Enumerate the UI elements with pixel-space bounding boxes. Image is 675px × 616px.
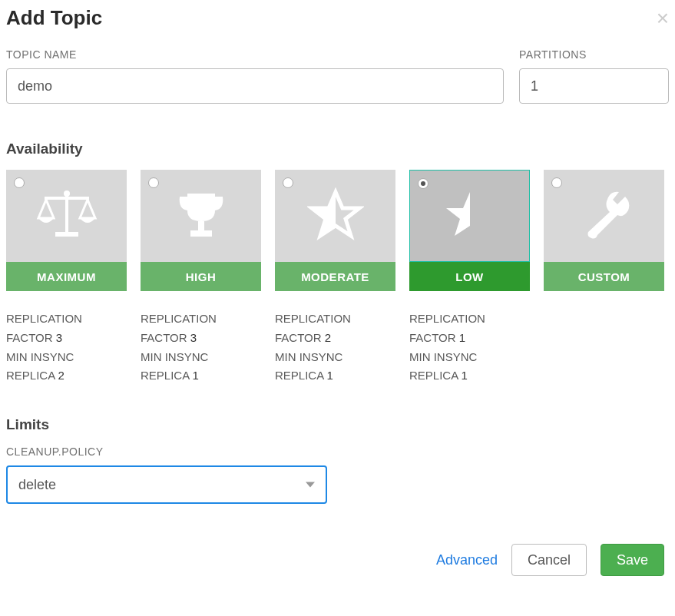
advanced-link[interactable]: Advanced (436, 552, 498, 568)
availability-option-maximum[interactable]: MAXIMUM REPLICATION FACTOR 3 MIN INSYNC … (6, 170, 127, 386)
topic-name-input[interactable] (6, 68, 504, 104)
radio-icon (283, 177, 293, 188)
cancel-button[interactable]: Cancel (511, 544, 587, 576)
availability-label: CUSTOM (544, 262, 664, 291)
save-button[interactable]: Save (601, 544, 664, 576)
radio-icon (148, 177, 159, 188)
availability-heading: Availability (6, 141, 669, 157)
radio-icon (418, 178, 428, 189)
availability-details: REPLICATION FACTOR 2 MIN INSYNC REPLICA … (275, 310, 395, 386)
topic-name-label: TOPIC NAME (6, 48, 504, 61)
star-half-outline-icon (307, 187, 364, 244)
availability-details: REPLICATION FACTOR 1 MIN INSYNC REPLICA … (409, 310, 530, 386)
dialog-title: Add Topic (6, 6, 102, 30)
availability-option-high[interactable]: HIGH REPLICATION FACTOR 3 MIN INSYNC REP… (141, 170, 261, 386)
cleanup-policy-label: CLEANUP.POLICY (6, 445, 669, 458)
availability-label: HIGH (141, 262, 261, 291)
svg-rect-2 (45, 197, 89, 200)
radio-icon (551, 177, 562, 188)
svg-rect-5 (190, 230, 212, 237)
partitions-label: PARTITIONS (519, 48, 669, 61)
svg-rect-4 (198, 221, 204, 230)
availability-label: MAXIMUM (6, 262, 127, 291)
wrench-icon (576, 187, 633, 244)
radio-icon (14, 177, 25, 188)
availability-label: LOW (409, 262, 530, 291)
availability-details: REPLICATION FACTOR 3 MIN INSYNC REPLICA … (6, 310, 127, 386)
star-half-icon (442, 187, 498, 244)
partitions-input[interactable] (519, 68, 669, 104)
close-icon[interactable]: × (657, 8, 669, 29)
limits-heading: Limits (6, 416, 669, 433)
availability-option-moderate[interactable]: MODERATE REPLICATION FACTOR 2 MIN INSYNC… (275, 170, 395, 386)
availability-label: MODERATE (275, 262, 395, 291)
svg-rect-1 (55, 232, 78, 237)
balance-scale-icon (32, 187, 101, 244)
availability-option-low[interactable]: LOW REPLICATION FACTOR 1 MIN INSYNC REPL… (409, 170, 530, 386)
availability-option-custom[interactable]: CUSTOM (544, 170, 664, 386)
cleanup-policy-select[interactable]: delete (6, 465, 327, 504)
availability-details: REPLICATION FACTOR 3 MIN INSYNC REPLICA … (141, 310, 261, 386)
trophy-icon (170, 187, 232, 244)
svg-point-3 (64, 190, 70, 197)
